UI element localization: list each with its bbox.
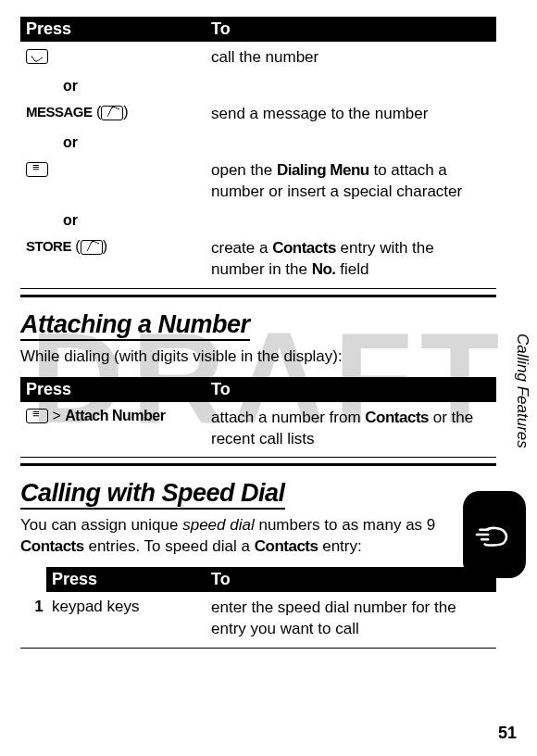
table3-header: Press To [46,567,496,592]
table2-row-attach-to: attach a number from Contacts or the rec… [211,408,491,450]
divider-thick-2 [20,463,496,466]
message-softkey-label: MESSAGE [26,104,93,120]
softkey-icon-2 [81,240,103,255]
table1-row-message-to: send a message to the number [211,104,491,125]
table1-row-menu: open the Dialing Menu to attach a number… [20,155,496,208]
attach-intro: While dialing (with digits visible in th… [20,346,496,368]
table1-or-1: or [20,74,496,98]
softkey-icon [101,106,123,120]
table3-header-to: To [211,570,491,589]
side-section-label: Calling Features [513,334,531,448]
divider-thin-3 [20,648,496,649]
table3-header-press: Press [52,570,211,589]
table3-row-1-press: keypad keys [52,598,211,616]
paren-close-2: ) [103,238,107,254]
table1-row-store-to: create a Contacts entry with the number … [211,238,491,281]
speed-intro: You can assign unique speed dial numbers… [20,515,496,558]
paren-close: ) [123,104,128,120]
phone-section-icon [463,491,526,578]
table2-row-attach: > Attach Number attach a number from Con… [20,402,496,456]
section-title-speed: Calling with Speed Dial [20,479,496,508]
table1-header-to: To [211,19,491,39]
table1-or-3: or [20,208,496,233]
page-number: 51 [498,724,517,743]
menu-key-icon [26,162,48,177]
table1-header: Press To [20,17,496,42]
table2-header-press: Press [26,380,211,399]
table1-row-call-to: call the number [211,47,491,69]
table1-row-message: MESSAGE () send a message to the number [20,98,496,131]
page-content: Press To call the number or MESSAGE () s… [0,0,537,649]
table1-row-menu-to: open the Dialing Menu to attach a number… [211,160,491,203]
store-softkey-label: STORE [26,238,71,254]
menu-key-icon-2 [26,409,48,423]
divider-thin-1 [20,288,496,289]
section-title-attach: Attaching a Number [20,310,496,339]
table3-row-1-to: enter the speed dial number for the entr… [211,598,491,640]
table1-row-store: STORE () create a Contacts entry with th… [20,233,496,286]
table1-header-press: Press [26,19,211,39]
paren-open-2: ( [75,238,80,254]
call-key-icon [26,49,48,64]
divider-thick-1 [20,295,496,297]
table2-header: Press To [20,377,496,402]
table1-row-call: call the number [20,42,496,74]
table1-or-2: or [20,131,496,155]
gt-symbol: > [52,408,60,423]
table3-row-1: 1 keypad keys enter the speed dial numbe… [20,592,496,646]
table2-header-to: To [211,380,491,399]
attach-number-menu-item: Attach Number [65,408,165,423]
divider-thin-2 [20,457,496,458]
step-number-1: 1 [26,598,52,616]
